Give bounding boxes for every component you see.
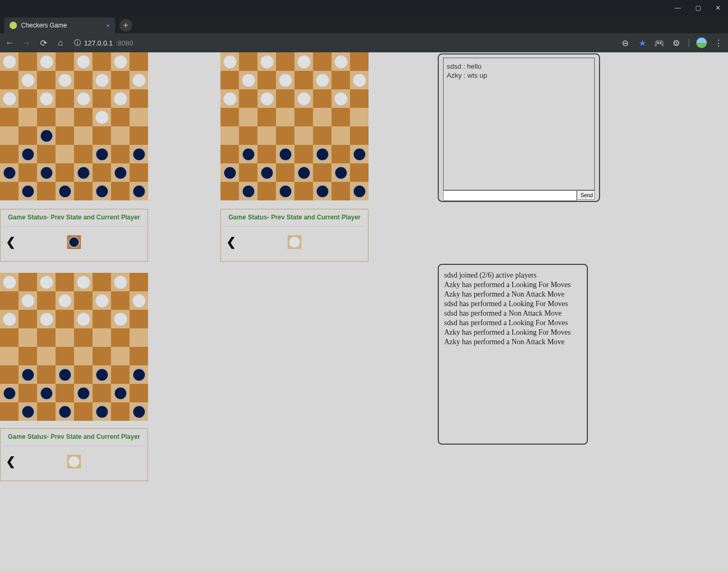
board-cell[interactable] [19, 328, 37, 347]
dark-piece[interactable] [21, 405, 35, 419]
site-info-icon[interactable]: ⓘ [74, 38, 81, 48]
board-cell[interactable] [294, 163, 313, 182]
board-cell[interactable] [239, 89, 257, 108]
white-piece[interactable] [77, 312, 90, 326]
board-cell[interactable] [276, 182, 294, 200]
board-cell[interactable] [0, 71, 19, 89]
board-cell[interactable] [93, 328, 111, 347]
board-cell[interactable] [111, 328, 130, 347]
board-cell[interactable] [111, 365, 130, 384]
board-cell[interactable] [0, 163, 19, 182]
board-cell[interactable] [0, 126, 19, 145]
board-cell[interactable] [130, 182, 148, 200]
dark-piece[interactable] [40, 166, 53, 180]
board-cell[interactable] [93, 89, 111, 108]
board-cell[interactable] [130, 310, 148, 328]
board-cell[interactable] [93, 273, 111, 291]
board-cell[interactable] [276, 108, 294, 126]
board-cell[interactable] [220, 89, 239, 108]
board-cell[interactable] [111, 402, 130, 421]
white-piece[interactable] [114, 55, 127, 69]
board-cell[interactable] [220, 71, 239, 89]
dark-piece[interactable] [3, 166, 16, 180]
board-cell[interactable] [74, 108, 93, 126]
white-piece[interactable] [114, 312, 127, 326]
chat-input[interactable] [443, 190, 577, 201]
white-piece[interactable] [279, 73, 292, 87]
white-piece[interactable] [58, 73, 72, 87]
board-cell[interactable] [37, 108, 56, 126]
board-cell[interactable] [130, 71, 148, 89]
white-piece[interactable] [132, 294, 146, 308]
board-cell[interactable] [276, 89, 294, 108]
board-cell[interactable] [19, 365, 37, 384]
board-cell[interactable] [257, 71, 276, 89]
dark-piece[interactable] [40, 129, 53, 143]
board-cell[interactable] [294, 52, 313, 71]
board-cell[interactable] [331, 89, 350, 108]
board-cell[interactable] [37, 71, 56, 89]
board-cell[interactable] [130, 89, 148, 108]
board-cell[interactable] [331, 145, 350, 163]
board-cell[interactable] [56, 108, 74, 126]
board-cell[interactable] [74, 126, 93, 145]
white-piece[interactable] [3, 92, 16, 106]
dark-piece[interactable] [77, 386, 90, 400]
white-piece[interactable] [77, 55, 90, 69]
board-cell[interactable] [350, 182, 368, 200]
board-cell[interactable] [56, 291, 74, 310]
board-cell[interactable] [0, 310, 19, 328]
board-cell[interactable] [74, 328, 93, 347]
board-cell[interactable] [111, 126, 130, 145]
board-cell[interactable] [93, 291, 111, 310]
white-piece[interactable] [132, 73, 146, 87]
board-cell[interactable] [93, 310, 111, 328]
board-cell[interactable] [239, 163, 257, 182]
board-cell[interactable] [56, 163, 74, 182]
board-cell[interactable] [257, 52, 276, 71]
board-cell[interactable] [111, 145, 130, 163]
board-cell[interactable] [0, 273, 19, 291]
board-cell[interactable] [93, 71, 111, 89]
board-cell[interactable] [0, 347, 19, 365]
board-cell[interactable] [56, 126, 74, 145]
prev-player-arrow-icon[interactable]: ❮ [226, 235, 236, 249]
dark-piece[interactable] [95, 148, 109, 161]
board-cell[interactable] [93, 52, 111, 71]
dark-piece[interactable] [334, 166, 348, 180]
board-cell[interactable] [37, 52, 56, 71]
board-cell[interactable] [37, 145, 56, 163]
board-cell[interactable] [74, 291, 93, 310]
white-piece[interactable] [223, 92, 237, 106]
window-maximize-button[interactable]: ▢ [688, 0, 708, 15]
board-cell[interactable] [111, 108, 130, 126]
board-cell[interactable] [74, 273, 93, 291]
board-cell[interactable] [130, 328, 148, 347]
board-cell[interactable] [74, 365, 93, 384]
board-cell[interactable] [350, 126, 368, 145]
activity-log-panel[interactable]: sdsd joined (2/6) active playersAzky has… [438, 264, 588, 445]
board-cell[interactable] [257, 163, 276, 182]
board-cell[interactable] [111, 89, 130, 108]
board-cell[interactable] [37, 163, 56, 182]
board-cell[interactable] [74, 384, 93, 402]
bookmark-star-icon[interactable]: ★ [637, 38, 648, 48]
dark-piece[interactable] [132, 185, 146, 198]
white-piece[interactable] [95, 294, 109, 308]
board-cell[interactable] [130, 52, 148, 71]
board-cell[interactable] [19, 291, 37, 310]
board-cell[interactable] [37, 89, 56, 108]
white-piece[interactable] [297, 92, 311, 106]
board-cell[interactable] [257, 145, 276, 163]
dark-piece[interactable] [279, 185, 292, 198]
dark-piece[interactable] [279, 148, 292, 161]
board-cell[interactable] [294, 108, 313, 126]
board-cell[interactable] [93, 126, 111, 145]
board-cell[interactable] [19, 52, 37, 71]
board-cell[interactable] [294, 71, 313, 89]
board-cell[interactable] [37, 291, 56, 310]
board-cell[interactable] [37, 182, 56, 200]
board-cell[interactable] [239, 52, 257, 71]
board-cell[interactable] [19, 89, 37, 108]
board-cell[interactable] [56, 273, 74, 291]
